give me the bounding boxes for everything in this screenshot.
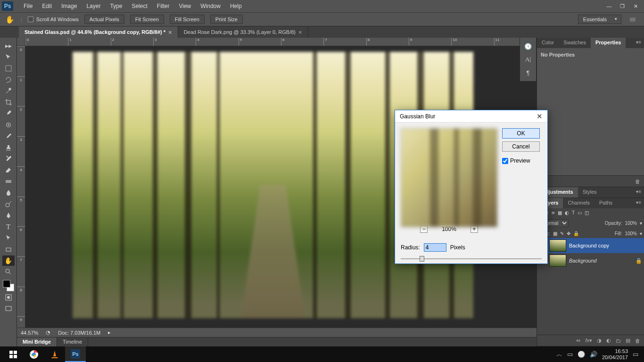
quick-mask-tool[interactable] xyxy=(2,292,15,303)
slider-thumb[interactable] xyxy=(420,256,424,262)
horizontal-ruler[interactable]: 01234567891011 xyxy=(25,38,537,46)
eraser-tool[interactable] xyxy=(2,165,15,175)
tab-properties[interactable]: Properties xyxy=(591,38,626,48)
move-tool[interactable] xyxy=(2,52,15,62)
filter-shape-icon[interactable]: ▭ xyxy=(578,210,582,215)
tab-styles[interactable]: Styles xyxy=(578,187,602,197)
close-icon[interactable]: × xyxy=(168,29,172,36)
menu-edit[interactable]: Edit xyxy=(37,1,57,11)
blur-preview[interactable] xyxy=(401,128,497,227)
status-menu-icon[interactable]: ▸ xyxy=(108,329,111,336)
lock-position-icon[interactable]: ✥ xyxy=(567,231,570,236)
radius-input[interactable] xyxy=(424,243,446,252)
hand-tool[interactable]: ✋ xyxy=(2,255,15,266)
wand-tool[interactable] xyxy=(2,86,15,96)
type-tool[interactable]: T xyxy=(2,222,15,232)
menu-window[interactable]: Window xyxy=(196,1,225,11)
eyedropper-tool[interactable] xyxy=(2,108,15,119)
panel-menu-icon[interactable]: ▾≡ xyxy=(633,198,644,208)
doc-info-icon[interactable]: ◔ xyxy=(46,329,50,336)
minimize-button[interactable]: — xyxy=(603,1,616,11)
actual-pixels-button[interactable]: Actual Pixels xyxy=(84,15,124,24)
tab-color[interactable]: Color xyxy=(537,38,559,48)
panel-menu-icon[interactable]: ▾≡ xyxy=(633,38,644,48)
lock-transparent-icon[interactable]: ▦ xyxy=(553,231,557,236)
trash-icon[interactable]: 🗑 xyxy=(635,179,640,184)
mask-icon[interactable]: ◑ xyxy=(597,337,602,344)
healing-tool[interactable] xyxy=(2,120,15,130)
dodge-tool[interactable] xyxy=(2,199,15,209)
menu-filter[interactable]: Filter xyxy=(152,1,174,11)
gradient-tool[interactable] xyxy=(2,176,15,187)
stamp-tool[interactable] xyxy=(2,142,15,153)
fit-screen-button[interactable]: Fit Screen xyxy=(130,15,164,24)
zoom-readout[interactable]: 44.57% xyxy=(21,330,38,336)
adjustment-icon[interactable]: ◐ xyxy=(606,337,611,344)
menu-view[interactable]: View xyxy=(174,1,196,11)
print-size-button[interactable]: Print Size xyxy=(210,15,243,24)
history-brush-tool[interactable] xyxy=(2,154,15,164)
kind-dropdown-icon[interactable]: ≑ xyxy=(551,210,555,215)
ok-button[interactable]: OK xyxy=(502,128,540,139)
close-icon[interactable]: ✕ xyxy=(537,112,543,121)
tray-battery-icon[interactable]: ▭ xyxy=(567,351,573,358)
fill-screen-button[interactable]: Fill Screen xyxy=(170,15,205,24)
start-button[interactable] xyxy=(3,346,24,362)
group-icon[interactable]: 🗀 xyxy=(616,338,621,344)
shape-tool[interactable] xyxy=(2,244,15,255)
menu-help[interactable]: Help xyxy=(225,1,247,11)
preview-checkbox[interactable]: Preview xyxy=(502,157,540,164)
crop-tool[interactable] xyxy=(2,97,15,107)
history-panel-icon[interactable]: 🕓 xyxy=(522,41,534,52)
workspace-switcher[interactable]: Essentials xyxy=(578,15,621,24)
taskbar-photoshop[interactable]: Ps xyxy=(65,346,86,362)
filter-adjust-icon[interactable]: ◐ xyxy=(565,210,569,215)
menu-file[interactable]: File xyxy=(19,1,37,11)
tray-chevron-icon[interactable]: ︿ xyxy=(556,350,562,359)
fill-value[interactable]: 100% xyxy=(625,231,637,236)
path-select-tool[interactable] xyxy=(2,233,15,243)
zoom-tool[interactable] xyxy=(2,267,15,277)
dialog-titlebar[interactable]: Gaussian Blur ✕ xyxy=(395,110,547,123)
link-icon[interactable]: ⇔ xyxy=(576,337,580,344)
opacity-value[interactable]: 100% xyxy=(625,221,637,226)
marquee-tool[interactable] xyxy=(2,63,15,74)
tab-timeline[interactable]: Timeline xyxy=(57,337,88,346)
vertical-ruler[interactable]: 0123456789 xyxy=(17,46,25,346)
hand-tool-icon[interactable]: ✋ xyxy=(5,14,15,25)
scroll-all-checkbox[interactable]: Scroll All Windows xyxy=(28,16,79,22)
doc-tab-dead-rose[interactable]: Dead Rose Dark.png @ 33.3% (Layer 0, RGB… xyxy=(178,26,308,38)
restore-button[interactable]: ❐ xyxy=(616,1,629,11)
menu-image[interactable]: Image xyxy=(57,1,82,11)
trash-icon[interactable]: 🗑 xyxy=(635,338,640,344)
tab-swatches[interactable]: Swatches xyxy=(559,38,591,48)
menu-type[interactable]: Type xyxy=(105,1,127,11)
taskbar-chrome[interactable] xyxy=(24,346,44,362)
brush-tool[interactable] xyxy=(2,131,15,141)
pen-tool[interactable] xyxy=(2,210,15,221)
filter-pixel-icon[interactable]: ▦ xyxy=(558,210,562,215)
layer-thumbnail[interactable] xyxy=(549,239,566,252)
fx-icon[interactable]: fx▾ xyxy=(585,337,592,344)
collapse-toolbox-icon[interactable]: ▸▸ xyxy=(2,41,15,51)
taskbar-clock[interactable]: 16:53 20/04/2017 xyxy=(602,348,628,360)
menu-select[interactable]: Select xyxy=(127,1,152,11)
tab-paths[interactable]: Paths xyxy=(594,198,617,208)
lock-all-icon[interactable]: 🔒 xyxy=(573,231,579,236)
filter-type-icon[interactable]: T xyxy=(572,210,575,215)
filter-smart-icon[interactable]: ◫ xyxy=(585,210,589,215)
tray-wifi-icon[interactable]: ⚪ xyxy=(578,351,585,358)
radius-slider[interactable] xyxy=(401,255,542,262)
close-button[interactable]: ✕ xyxy=(629,1,642,11)
screen-mode-tool[interactable] xyxy=(2,304,15,314)
taskbar-vlc[interactable] xyxy=(44,346,65,362)
tab-mini-bridge[interactable]: Mini Bridge xyxy=(17,337,57,346)
layer-background-copy[interactable]: 👁 Background copy xyxy=(537,238,644,253)
character-panel-icon[interactable]: A| xyxy=(522,54,534,65)
new-layer-icon[interactable]: ▤ xyxy=(626,337,630,344)
cancel-button[interactable]: Cancel xyxy=(502,141,540,152)
action-center-icon[interactable]: ▭ xyxy=(633,351,638,358)
layer-background[interactable]: 👁 Background 🔒 xyxy=(537,253,644,268)
close-icon[interactable]: × xyxy=(298,29,302,36)
ruler-origin[interactable] xyxy=(17,38,25,46)
